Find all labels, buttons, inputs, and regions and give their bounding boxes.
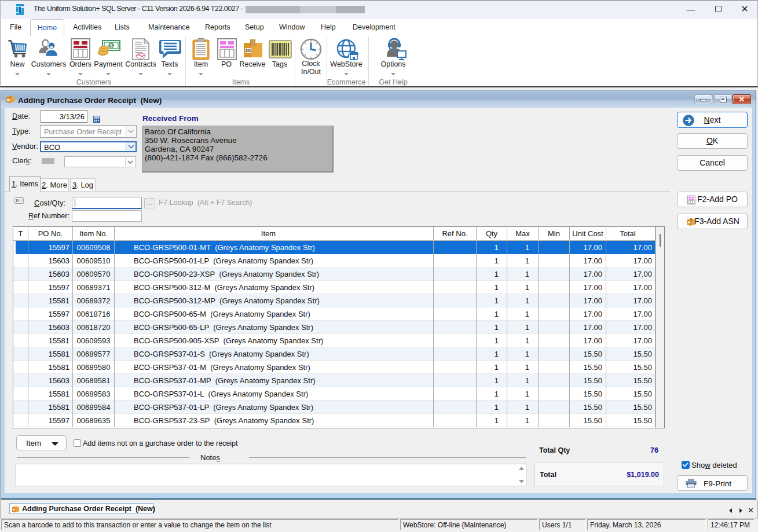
svg-text:$: $ [109,42,113,49]
